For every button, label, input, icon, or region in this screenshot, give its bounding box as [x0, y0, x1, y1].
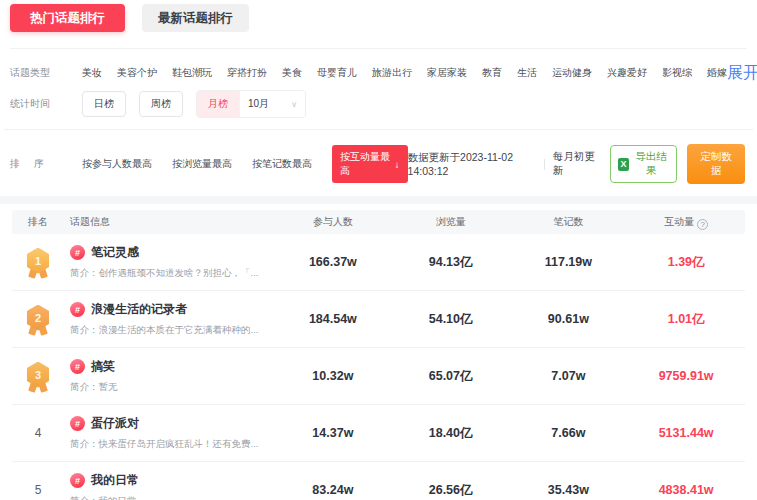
topic-type-option[interactable]: 生活 [517, 66, 537, 80]
topics-table: 排名 话题信息 参与人数 浏览量 笔记数 互动量? 1 1 # 笔记灵感 简介：… [0, 204, 757, 500]
topic-hash-icon: # [70, 416, 85, 431]
interactions-value: 9759.91w [627, 369, 745, 383]
rank-cell: 1 1 [12, 247, 64, 278]
header-views: 浏览量 [392, 215, 510, 229]
data-updated-text: 数据更新于2023-11-02 14:03:12 [408, 151, 536, 177]
topic-info-cell: # 我的日常 简介：我的日常 [64, 472, 274, 500]
description-label: 简介： [70, 381, 99, 392]
topic-type-option[interactable]: 教育 [482, 66, 502, 80]
sort-option[interactable]: 按浏览量最高 [172, 157, 232, 171]
rank-cell: 5 5 [12, 483, 64, 497]
table-row[interactable]: 2 2 # 浪漫生活的记录者 简介：浪漫生活的本质在于它充满着种种的... 18… [12, 291, 745, 348]
monthly-rank-button[interactable]: 月榜 [197, 91, 239, 117]
meta-divider [544, 159, 545, 170]
sort-by-interactions-button[interactable]: 按互动量最高 ↓ [332, 145, 408, 183]
table-body: 1 1 # 笔记灵感 简介：创作遇瓶颈不知道发啥？别担心，「... 166.37… [12, 234, 745, 500]
topic-title[interactable]: 搞笑 [91, 358, 115, 375]
participants-value: 10.32w [274, 369, 392, 383]
topic-type-label: 话题类型 [10, 66, 82, 80]
topic-hash-icon: # [70, 359, 85, 374]
help-icon[interactable]: ? [697, 219, 708, 230]
topic-type-option[interactable]: 美容个护 [117, 66, 157, 80]
description-label: 简介： [70, 324, 99, 335]
sort-label: 排序 [10, 157, 82, 171]
rank-cell: 4 4 [12, 426, 64, 440]
monthly-rank-group: 月榜 10月 ∨ [196, 90, 306, 118]
sort-option[interactable]: 按参与人数最高 [82, 157, 152, 171]
month-select[interactable]: 10月 ∨ [239, 91, 305, 117]
topic-type-option[interactable]: 影视综 [662, 66, 692, 80]
topic-type-option[interactable]: 兴趣爱好 [607, 66, 647, 80]
tab-latest-topics[interactable]: 最新话题排行 [142, 4, 249, 32]
topic-title[interactable]: 笔记灵感 [91, 244, 139, 261]
sort-by-interactions-label: 按互动量最高 [340, 150, 393, 178]
table-row[interactable]: 4 4 # 蛋仔派对 简介：快来蛋仔岛开启疯狂乱斗！还有免费... 14.37w… [12, 405, 745, 462]
top-tabs: 热门话题排行 最新话题排行 [10, 0, 747, 49]
sort-option[interactable]: 按笔记数最高 [252, 157, 312, 171]
notes-value: 7.66w [510, 426, 628, 440]
notes-value: 90.61w [510, 312, 628, 326]
description-text: 我的日常 [99, 495, 137, 500]
topic-type-option[interactable]: 美食 [282, 66, 302, 80]
month-select-value: 10月 [248, 97, 269, 111]
header-participants: 参与人数 [274, 215, 392, 229]
export-results-label: 导出结果 [633, 150, 669, 178]
weekly-rank-button[interactable]: 周榜 [139, 91, 183, 117]
export-results-button[interactable]: X 导出结果 [610, 145, 677, 183]
interactions-value: 1.01亿 [627, 311, 745, 328]
update-cycle-text: 每月初更新 [553, 150, 598, 178]
expand-link[interactable]: 展开 [727, 63, 757, 84]
topic-description: 简介：快来蛋仔岛开启疯狂乱斗！还有免费... [70, 438, 274, 451]
topic-type-option[interactable]: 美妆 [82, 66, 102, 80]
topic-type-option[interactable]: 旅游出行 [372, 66, 412, 80]
views-value: 54.10亿 [392, 311, 510, 328]
topic-info-cell: # 搞笑 简介：暂无 [64, 358, 274, 394]
topic-title[interactable]: 我的日常 [91, 472, 139, 489]
views-value: 94.13亿 [392, 254, 510, 271]
topic-type-option[interactable]: 母婴育儿 [317, 66, 357, 80]
topic-type-option[interactable]: 穿搭打扮 [227, 66, 267, 80]
topic-type-option[interactable]: 家居家装 [427, 66, 467, 80]
rank-cell: 2 2 [12, 304, 64, 335]
tab-hot-topics[interactable]: 热门话题排行 [10, 4, 125, 32]
sort-options: 按参与人数最高按浏览量最高按笔记数最高 [82, 157, 312, 171]
topic-info-cell: # 蛋仔派对 简介：快来蛋仔岛开启疯狂乱斗！还有免费... [64, 415, 274, 451]
header-interactions-label: 互动量 [664, 216, 694, 227]
views-value: 18.40亿 [392, 425, 510, 442]
topic-hash-icon: # [70, 473, 85, 488]
header-notes: 笔记数 [510, 215, 628, 229]
chevron-down-icon: ∨ [291, 100, 297, 109]
rank-cell: 3 3 [12, 361, 64, 392]
filter-section: 话题类型 美妆美容个护鞋包潮玩穿搭打扮美食母婴育儿旅游出行家居家装教育生活运动健… [0, 49, 757, 117]
topic-type-option[interactable]: 婚嫁 [707, 66, 727, 80]
stat-time-row: 统计时间 日榜 周榜 月榜 10月 ∨ [10, 91, 745, 117]
topic-description: 简介：浪漫生活的本质在于它充满着种种的... [70, 324, 274, 337]
topic-description: 简介：暂无 [70, 381, 274, 394]
topic-type-option[interactable]: 鞋包潮玩 [172, 66, 212, 80]
notes-value: 7.07w [510, 369, 628, 383]
custom-data-button[interactable]: 定制数据 [687, 144, 745, 184]
description-text: 暂无 [99, 381, 118, 392]
rank-number: 4 [12, 426, 64, 440]
sort-arrow-icon: ↓ [395, 159, 400, 170]
table-row[interactable]: 1 1 # 笔记灵感 简介：创作遇瓶颈不知道发啥？别担心，「... 166.37… [12, 234, 745, 291]
topic-title[interactable]: 浪漫生活的记录者 [91, 301, 187, 318]
interactions-value: 4838.41w [627, 483, 745, 497]
rank-number: 5 [12, 483, 64, 497]
participants-value: 184.54w [274, 312, 392, 326]
description-label: 简介： [70, 495, 99, 500]
participants-value: 166.37w [274, 255, 392, 269]
table-header: 排名 话题信息 参与人数 浏览量 笔记数 互动量? [12, 210, 745, 234]
excel-icon: X [618, 158, 629, 171]
description-label: 简介： [70, 438, 99, 449]
header-interactions: 互动量? [627, 215, 745, 230]
table-row[interactable]: 5 5 # 我的日常 简介：我的日常 83.24w 26.56亿 35.43w … [12, 462, 745, 500]
header-rank: 排名 [12, 215, 64, 229]
daily-rank-button[interactable]: 日榜 [82, 91, 126, 117]
table-row[interactable]: 3 3 # 搞笑 简介：暂无 10.32w 65.07亿 7.07w 9759.… [12, 348, 745, 405]
section-separator [0, 196, 757, 204]
views-value: 26.56亿 [392, 482, 510, 499]
topic-type-option[interactable]: 运动健身 [552, 66, 592, 80]
topic-title[interactable]: 蛋仔派对 [91, 415, 139, 432]
description-label: 简介： [70, 267, 99, 278]
